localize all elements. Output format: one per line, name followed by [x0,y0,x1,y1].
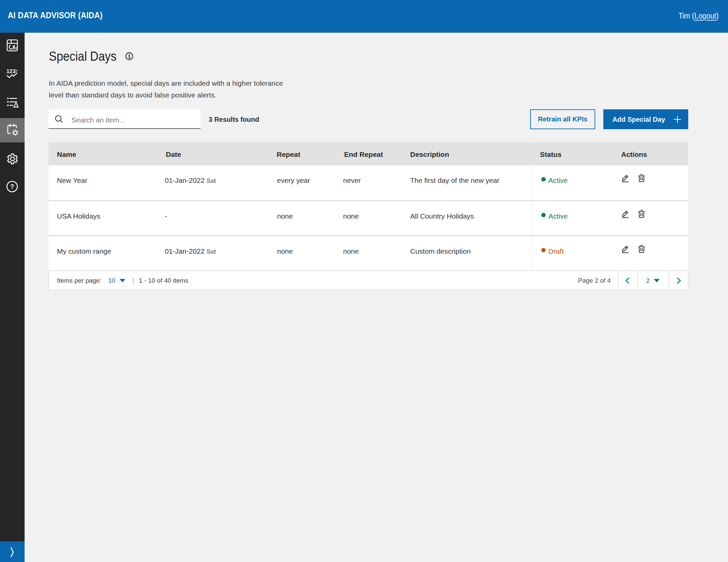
svg-text:123: 123 [6,69,16,75]
svg-text:?: ? [10,183,14,190]
